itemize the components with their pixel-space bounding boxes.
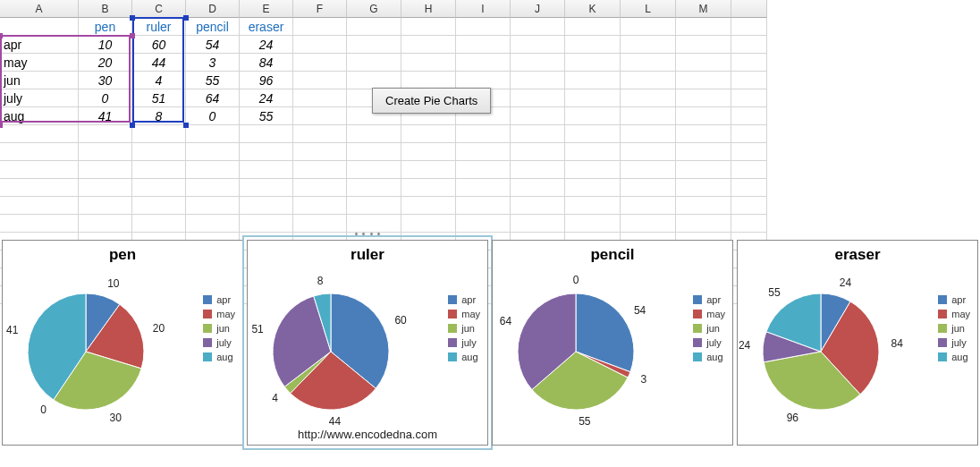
- cell[interactable]: jun: [0, 72, 79, 89]
- cell[interactable]: [347, 36, 401, 54]
- cell[interactable]: [676, 89, 731, 107]
- cell[interactable]: [731, 54, 767, 72]
- cell[interactable]: 3: [186, 54, 240, 72]
- cell[interactable]: [293, 197, 347, 215]
- cell[interactable]: [132, 125, 186, 143]
- cell[interactable]: [621, 197, 676, 215]
- cell[interactable]: [240, 161, 293, 179]
- cell[interactable]: [621, 143, 676, 161]
- cell[interactable]: [676, 143, 731, 161]
- selection-handle[interactable]: [130, 15, 135, 21]
- cell[interactable]: [186, 161, 240, 179]
- cell[interactable]: [731, 89, 767, 107]
- cell[interactable]: [186, 197, 240, 215]
- cell[interactable]: [186, 179, 240, 197]
- cell[interactable]: [621, 161, 676, 179]
- cell[interactable]: [401, 161, 456, 179]
- selection-handle[interactable]: [183, 123, 189, 128]
- column-header[interactable]: D: [186, 0, 240, 18]
- cell[interactable]: [621, 215, 676, 233]
- cell[interactable]: [79, 161, 132, 179]
- cell[interactable]: [565, 197, 621, 215]
- selection-handle[interactable]: [183, 15, 189, 21]
- cell[interactable]: [456, 72, 511, 89]
- cell[interactable]: [0, 161, 79, 179]
- cell[interactable]: [731, 72, 767, 89]
- cell[interactable]: [79, 179, 132, 197]
- cell[interactable]: [731, 125, 767, 143]
- cell[interactable]: [731, 107, 767, 125]
- cell[interactable]: [511, 215, 565, 233]
- cell[interactable]: [456, 143, 511, 161]
- cell[interactable]: [79, 125, 132, 143]
- cell[interactable]: [132, 161, 186, 179]
- cell[interactable]: [731, 179, 767, 197]
- column-header[interactable]: H: [401, 0, 456, 18]
- cell[interactable]: [565, 215, 621, 233]
- column-header[interactable]: A: [0, 0, 79, 18]
- cell[interactable]: [347, 125, 401, 143]
- cell[interactable]: [0, 18, 79, 36]
- cell[interactable]: 54: [186, 36, 240, 54]
- pie-chart[interactable]: ruler60444518aprmayjunjulyaughttp://www.…: [247, 240, 488, 446]
- cell[interactable]: [676, 72, 731, 89]
- cell[interactable]: [565, 18, 621, 36]
- cell[interactable]: 44: [132, 54, 186, 72]
- cell[interactable]: [456, 215, 511, 233]
- pie-chart[interactable]: eraser2484962455aprmayjunjulyaug: [737, 240, 978, 446]
- cell[interactable]: [240, 179, 293, 197]
- cell[interactable]: [293, 54, 347, 72]
- cell[interactable]: [456, 36, 511, 54]
- cell[interactable]: [186, 125, 240, 143]
- cell[interactable]: [676, 215, 731, 233]
- pie-chart[interactable]: pencil54355640aprmayjunjulyaug: [492, 240, 733, 446]
- cell[interactable]: 64: [186, 89, 240, 107]
- cell[interactable]: aug: [0, 107, 79, 125]
- cell[interactable]: [565, 89, 621, 107]
- cell[interactable]: [565, 179, 621, 197]
- cell[interactable]: [293, 179, 347, 197]
- cell[interactable]: [621, 179, 676, 197]
- cell[interactable]: [565, 72, 621, 89]
- cell[interactable]: [401, 36, 456, 54]
- cell[interactable]: [565, 143, 621, 161]
- cell[interactable]: [0, 215, 79, 233]
- cell[interactable]: [347, 54, 401, 72]
- cell[interactable]: [401, 197, 456, 215]
- cell[interactable]: [731, 143, 767, 161]
- cell[interactable]: 55: [186, 72, 240, 89]
- cell[interactable]: 4: [132, 72, 186, 89]
- cell[interactable]: [676, 179, 731, 197]
- cell[interactable]: [621, 89, 676, 107]
- cell[interactable]: 55: [240, 107, 293, 125]
- cell[interactable]: [401, 72, 456, 89]
- cell[interactable]: [511, 125, 565, 143]
- column-header[interactable]: L: [621, 0, 676, 18]
- cell[interactable]: [347, 143, 401, 161]
- cell[interactable]: [293, 125, 347, 143]
- cell[interactable]: [0, 197, 79, 215]
- cell[interactable]: [293, 161, 347, 179]
- cell[interactable]: [293, 107, 347, 125]
- cell[interactable]: 96: [240, 72, 293, 89]
- cell[interactable]: [132, 215, 186, 233]
- cell[interactable]: [293, 72, 347, 89]
- cell[interactable]: july: [0, 89, 79, 107]
- column-header[interactable]: G: [347, 0, 401, 18]
- cell[interactable]: [240, 197, 293, 215]
- cell[interactable]: [0, 179, 79, 197]
- cell[interactable]: [621, 72, 676, 89]
- cell[interactable]: [511, 197, 565, 215]
- cell[interactable]: [293, 89, 347, 107]
- cell[interactable]: 24: [240, 36, 293, 54]
- cell[interactable]: [240, 215, 293, 233]
- cell[interactable]: may: [0, 54, 79, 72]
- cell[interactable]: [456, 54, 511, 72]
- cell[interactable]: [565, 36, 621, 54]
- cell[interactable]: 0: [186, 107, 240, 125]
- cell[interactable]: [132, 179, 186, 197]
- cell[interactable]: [401, 54, 456, 72]
- column-header[interactable]: C: [132, 0, 186, 18]
- cell[interactable]: [676, 161, 731, 179]
- cell[interactable]: [511, 18, 565, 36]
